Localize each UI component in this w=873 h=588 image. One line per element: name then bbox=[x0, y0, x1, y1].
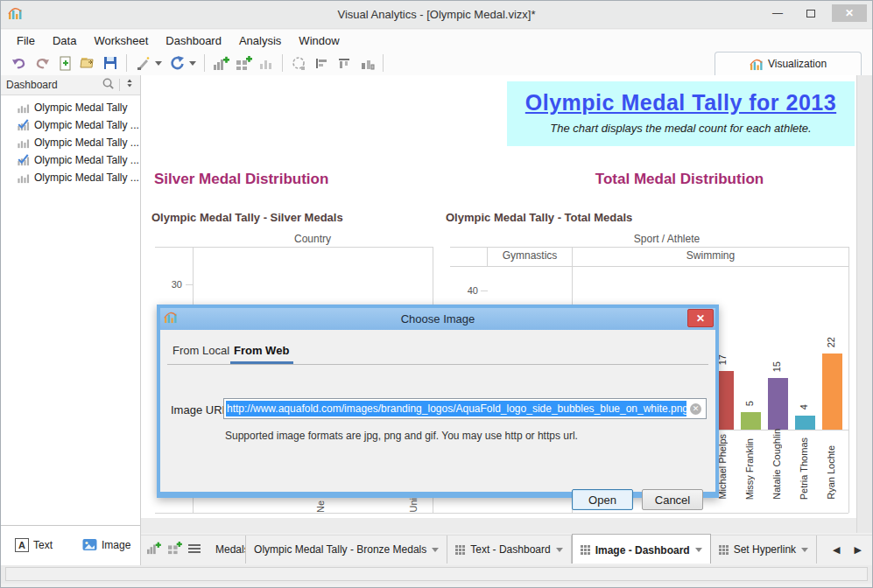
tab-dropdown-caret[interactable] bbox=[432, 548, 439, 552]
tab-dropdown-caret[interactable] bbox=[801, 548, 808, 552]
banner-title: Olympic Medal Tally for 2013 bbox=[507, 90, 855, 116]
tab-dropdown-caret[interactable] bbox=[556, 548, 563, 552]
worksheet-list: Olympic Medal Tally Olympic Medal Tally … bbox=[1, 95, 140, 186]
sidebar-item-label: Olympic Medal Tally ... bbox=[34, 136, 139, 149]
redo-icon[interactable] bbox=[32, 54, 52, 72]
tab-label: Medals bbox=[215, 543, 246, 556]
sheet-tab-bar: Medals Olympic Medal Tally - Bronze Meda… bbox=[141, 535, 873, 564]
visualization-tab-label: Visualization bbox=[768, 58, 827, 70]
dashboard-text-banner[interactable]: Olympic Medal Tally for 2013 The chart d… bbox=[507, 81, 855, 146]
image-url-input[interactable]: http://www.aquafold.com/images/branding_… bbox=[223, 398, 707, 419]
app-window: Visual Analytics - [Olympic Medal.vizx]*… bbox=[0, 0, 873, 588]
add-dashboard-icon[interactable] bbox=[234, 54, 253, 72]
image-url-label: Image URL bbox=[171, 403, 229, 416]
silver-section-heading: Silver Medal Distribution bbox=[154, 171, 328, 188]
menu-file[interactable]: File bbox=[8, 32, 44, 50]
bar-category-label: Petria Thomas bbox=[799, 438, 809, 503]
menu-window[interactable]: Window bbox=[290, 32, 348, 50]
refresh-icon[interactable] bbox=[167, 54, 187, 72]
tab-label: Text - Dashboard bbox=[470, 543, 550, 556]
worksheet-icon bbox=[17, 136, 30, 149]
add-worksheet-icon[interactable] bbox=[146, 542, 161, 558]
menu-bar: File Data Worksheet Dashboard Analysis W… bbox=[1, 30, 872, 51]
bar-value-label: 5 bbox=[744, 394, 755, 410]
tab-set-hyperlink[interactable]: Set Hyperlink bbox=[711, 536, 817, 564]
image-tool-button[interactable]: Image bbox=[82, 538, 130, 551]
format-helper-text: Supported image formats are jpg, png and… bbox=[225, 430, 578, 442]
tab-dropdown-caret[interactable] bbox=[695, 548, 702, 552]
dashboard-grid-icon bbox=[455, 545, 465, 555]
total-xaxis-label: Sport / Athlete bbox=[485, 233, 848, 245]
sidebar-item-label: Olympic Medal Tally ... bbox=[34, 172, 139, 184]
visualization-tab[interactable]: Visualization bbox=[715, 52, 862, 75]
design-dropdown-caret[interactable] bbox=[155, 61, 162, 66]
tab-bronze-medals[interactable]: Olympic Medal Tally - Bronze Medals bbox=[246, 536, 447, 564]
sidebar-item-olympic-medal-tally-4[interactable]: Olympic Medal Tally ... bbox=[1, 151, 140, 169]
sidebar: Dashboard Olympic Medal Tally Olympic Me… bbox=[1, 75, 141, 565]
silver-chart-title: Olympic Medal Tally - Silver Medals bbox=[151, 211, 343, 224]
distribute-icon bbox=[357, 54, 377, 72]
add-worksheet-icon[interactable] bbox=[211, 54, 230, 72]
title-bar: Visual Analytics - [Olympic Medal.vizx]*… bbox=[1, 1, 872, 29]
choose-image-dialog: Choose Image ✕ From Local From Web Image… bbox=[157, 304, 719, 498]
status-bar bbox=[1, 565, 872, 584]
tab-label: Olympic Medal Tally - Bronze Medals bbox=[254, 543, 426, 556]
save-icon[interactable] bbox=[101, 54, 120, 72]
dialog-title: Choose Image bbox=[160, 312, 715, 326]
open-button[interactable]: Open bbox=[572, 489, 633, 510]
sidebar-item-olympic-medal-tally-3[interactable]: Olympic Medal Tally ... bbox=[1, 134, 140, 151]
bar-natalie-coughlin[interactable] bbox=[768, 378, 788, 430]
image-url-value: http://www.aquafold.com/images/branding_… bbox=[226, 401, 686, 416]
add-dashboard-icon[interactable] bbox=[167, 542, 182, 558]
cancel-button[interactable]: Cancel bbox=[642, 489, 703, 510]
tab-from-web[interactable]: From Web bbox=[234, 344, 289, 357]
undo-icon[interactable] bbox=[10, 54, 29, 72]
menu-worksheet[interactable]: Worksheet bbox=[85, 32, 157, 50]
minimize-button[interactable]: — bbox=[765, 4, 790, 22]
text-icon: A bbox=[15, 538, 29, 552]
align-top-icon bbox=[334, 54, 354, 72]
sidebar-item-label: Olympic Medal Tally ... bbox=[34, 154, 139, 166]
tab-from-local[interactable]: From Local bbox=[172, 344, 229, 357]
new-file-icon[interactable] bbox=[55, 54, 74, 72]
text-tool-button[interactable]: A Text bbox=[15, 538, 53, 552]
scroll-tabs-right-icon[interactable]: ▶ bbox=[855, 544, 862, 556]
sidebar-item-label: Olympic Medal Tally ... bbox=[34, 119, 139, 131]
dialog-title-bar[interactable]: Choose Image ✕ bbox=[160, 308, 715, 330]
menu-analysis[interactable]: Analysis bbox=[230, 32, 290, 50]
silver-ytick-30: 30 bbox=[158, 279, 182, 290]
search-icon[interactable] bbox=[102, 77, 115, 94]
tab-text-dashboard[interactable]: Text - Dashboard bbox=[447, 536, 571, 564]
bar-ryan-lochte[interactable] bbox=[822, 354, 842, 430]
tab-label: Set Hyperlink bbox=[734, 543, 796, 556]
menu-dashboard[interactable]: Dashboard bbox=[157, 32, 230, 50]
close-button[interactable]: ✕ bbox=[832, 4, 867, 22]
design-mode-icon[interactable] bbox=[133, 54, 152, 72]
sidebar-item-olympic-medal-tally-5[interactable]: Olympic Medal Tally ... bbox=[1, 169, 140, 186]
worksheet-icon bbox=[17, 172, 30, 184]
clear-input-icon[interactable]: ✕ bbox=[690, 403, 701, 415]
sheet-list-icon[interactable] bbox=[188, 542, 201, 557]
align-left-icon bbox=[312, 54, 331, 72]
open-folder-icon[interactable] bbox=[78, 54, 97, 72]
tab-image-dashboard[interactable]: Image - Dashboard bbox=[572, 534, 711, 564]
dialog-close-button[interactable]: ✕ bbox=[687, 309, 714, 327]
menu-data[interactable]: Data bbox=[44, 32, 85, 50]
bar-value-label: 22 bbox=[826, 335, 836, 351]
refresh-dropdown-caret[interactable] bbox=[189, 61, 196, 66]
scroll-tabs-left-icon[interactable]: ◀ bbox=[833, 544, 840, 556]
bar-category-label: Natalie Coughlin bbox=[771, 429, 782, 503]
sidebar-item-olympic-medal-tally-1[interactable]: Olympic Medal Tally bbox=[1, 99, 140, 116]
sort-icon[interactable] bbox=[124, 77, 135, 93]
bar-missy-franklin[interactable] bbox=[741, 412, 761, 430]
image-tool-label: Image bbox=[102, 539, 130, 551]
image-icon bbox=[82, 538, 97, 551]
bar-value-label: 4 bbox=[799, 397, 809, 413]
maximize-button[interactable] bbox=[799, 4, 823, 22]
sidebar-item-olympic-medal-tally-2[interactable]: Olympic Medal Tally ... bbox=[1, 116, 140, 134]
group-label-swimming: Swimming bbox=[573, 249, 848, 262]
tab-medals[interactable]: Medals bbox=[208, 536, 246, 564]
bar-petria-thomas[interactable] bbox=[795, 416, 815, 430]
text-tool-label: Text bbox=[33, 539, 53, 551]
total-chart-title: Olympic Medal Tally - Total Medals bbox=[446, 211, 632, 224]
